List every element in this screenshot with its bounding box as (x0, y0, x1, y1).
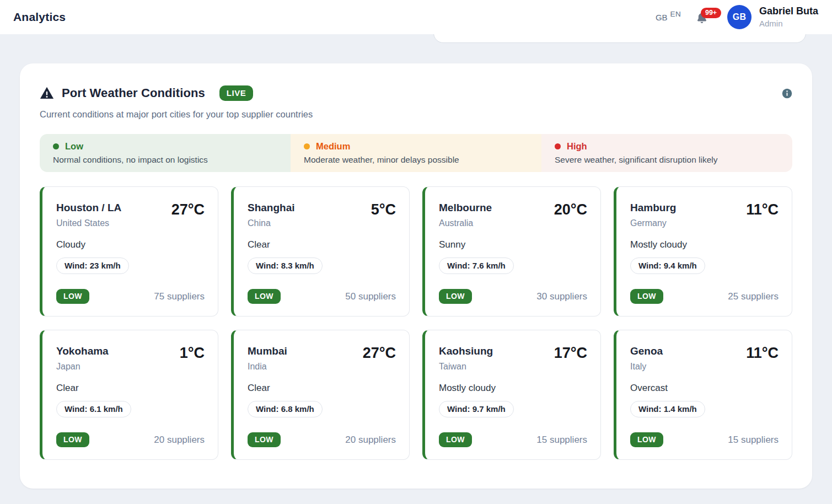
risk-badge: LOW (56, 432, 89, 447)
header-actions: GB EN 99+ GB Gabriel Buta Admin (656, 5, 818, 29)
panel-title: Port Weather Conditions (62, 86, 205, 100)
city-name: Houston / LA (56, 202, 121, 214)
wind-chip: Wind: 9.4 km/h (630, 258, 705, 274)
country-name: Germany (630, 218, 676, 228)
weather-condition: Mostly cloudy (439, 383, 587, 394)
risk-badge: LOW (56, 289, 89, 304)
high-dot-icon (555, 143, 561, 149)
weather-condition: Mostly cloudy (630, 239, 779, 250)
suppliers-count: 30 suppliers (536, 291, 587, 302)
risk-badge: LOW (630, 432, 663, 447)
warning-icon (40, 86, 54, 100)
medium-dot-icon (304, 143, 310, 149)
weather-card-mumbai: Mumbai India 27°C Clear Wind: 6.8 km/h L… (231, 330, 410, 460)
weather-card-houston-la: Houston / LA United States 27°C Cloudy W… (40, 186, 218, 317)
weather-condition: Clear (248, 383, 396, 394)
risk-legend: Low Normal conditions, no impact on logi… (40, 134, 792, 172)
legend-medium-description: Moderate weather, minor delays possible (304, 155, 528, 165)
wind-chip: Wind: 6.8 km/h (248, 401, 323, 417)
avatar[interactable]: GB (727, 5, 752, 29)
country-name: China (248, 218, 295, 228)
weather-condition: Clear (248, 239, 396, 250)
avatar-initials: GB (733, 12, 747, 22)
city-name: Hamburg (630, 202, 676, 214)
risk-badge: LOW (248, 432, 281, 447)
port-weather-panel: Port Weather Conditions LIVE Current con… (20, 63, 812, 489)
temperature: 11°C (746, 202, 779, 217)
legend-low-label: Low (65, 141, 83, 152)
legend-medium-title: Medium (304, 141, 528, 152)
wind-chip: Wind: 9.7 km/h (439, 401, 514, 417)
weather-cards-grid: Houston / LA United States 27°C Cloudy W… (40, 186, 792, 460)
weather-card-yokohama: Yokohama Japan 1°C Clear Wind: 6.1 km/h … (40, 330, 218, 460)
notifications-button[interactable]: 99+ (695, 10, 708, 24)
page-title: Analytics (13, 10, 66, 24)
risk-badge: LOW (248, 289, 281, 304)
city-name: Genoa (630, 345, 663, 357)
weather-card-kaohsiung: Kaohsiung Taiwan 17°C Mostly cloudy Wind… (422, 330, 601, 460)
temperature: 20°C (554, 202, 587, 217)
legend-low: Low Normal conditions, no impact on logi… (40, 134, 291, 172)
legend-high: High Severe weather, significant disrupt… (541, 134, 792, 172)
country-name: United States (56, 218, 121, 228)
weather-condition: Clear (56, 383, 205, 394)
country-name: Japan (56, 362, 109, 372)
info-icon[interactable] (782, 88, 792, 99)
suppliers-count: 20 suppliers (345, 435, 396, 446)
temperature: 5°C (371, 202, 396, 217)
panel-subtitle: Current conditions at major port cities … (40, 109, 792, 120)
city-name: Shanghai (248, 202, 295, 214)
risk-badge: LOW (630, 289, 663, 304)
city-name: Yokohama (56, 345, 109, 357)
weather-card-hamburg: Hamburg Germany 11°C Mostly cloudy Wind:… (614, 186, 792, 317)
wind-chip: Wind: 8.3 km/h (248, 258, 323, 274)
wind-chip: Wind: 1.4 km/h (630, 401, 705, 417)
weather-card-genoa: Genoa Italy 11°C Overcast Wind: 1.4 km/h… (614, 330, 792, 460)
temperature: 11°C (746, 346, 779, 361)
country-name: Taiwan (439, 362, 493, 372)
city-name: Mumbai (248, 345, 287, 357)
language-code-label: EN (670, 10, 681, 18)
live-badge: LIVE (219, 85, 253, 101)
temperature: 17°C (554, 346, 587, 361)
country-name: Australia (439, 218, 492, 228)
notification-count-badge: 99+ (701, 8, 721, 18)
user-menu[interactable]: Gabriel Buta Admin (759, 6, 818, 29)
low-dot-icon (53, 143, 59, 149)
wind-chip: Wind: 7.6 km/h (439, 258, 514, 274)
temperature: 1°C (180, 346, 205, 361)
city-name: Melbourne (439, 202, 492, 214)
bell-icon (695, 18, 708, 27)
legend-low-title: Low (53, 141, 277, 152)
legend-high-title: High (555, 141, 779, 152)
suppliers-count: 20 suppliers (154, 435, 205, 446)
suppliers-count: 50 suppliers (345, 291, 396, 302)
country-name: India (248, 362, 287, 372)
user-role: Admin (759, 19, 818, 29)
app-header: Analytics GB EN 99+ GB Gabriel Buta Admi… (0, 0, 832, 34)
weather-condition: Cloudy (56, 239, 205, 250)
legend-high-label: High (567, 141, 587, 152)
weather-card-shanghai: Shanghai China 5°C Clear Wind: 8.3 km/h … (231, 186, 410, 317)
legend-medium-label: Medium (316, 141, 350, 152)
temperature: 27°C (171, 202, 205, 217)
country-name: Italy (630, 362, 663, 372)
risk-badge: LOW (439, 432, 472, 447)
wind-chip: Wind: 23 km/h (56, 258, 129, 274)
city-name: Kaohsiung (439, 345, 493, 357)
suppliers-count: 15 suppliers (728, 435, 779, 446)
temperature: 27°C (363, 346, 396, 361)
user-name: Gabriel Buta (759, 6, 818, 18)
legend-high-description: Severe weather, significant disruption l… (555, 155, 779, 165)
suppliers-count: 75 suppliers (154, 291, 205, 302)
weather-condition: Sunny (439, 239, 587, 250)
suppliers-count: 15 suppliers (536, 435, 587, 446)
risk-badge: LOW (439, 289, 472, 304)
panel-header: Port Weather Conditions LIVE (40, 85, 792, 101)
legend-low-description: Normal conditions, no impact on logistic… (53, 155, 277, 165)
wind-chip: Wind: 6.1 km/h (56, 401, 131, 417)
language-country-label: GB (656, 13, 668, 22)
suppliers-count: 25 suppliers (728, 291, 779, 302)
weather-condition: Overcast (630, 383, 779, 394)
language-selector[interactable]: GB EN (656, 13, 681, 22)
